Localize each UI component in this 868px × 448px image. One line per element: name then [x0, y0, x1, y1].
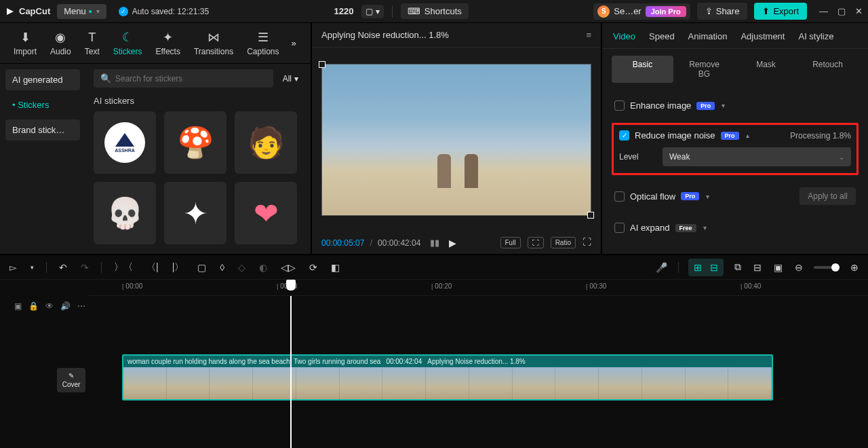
levels-icon[interactable]: ▮▮	[430, 238, 439, 248]
align-button[interactable]: ⊟	[752, 261, 763, 274]
project-name[interactable]: 1220	[334, 6, 354, 16]
lock-icon[interactable]: 🔒	[28, 301, 39, 311]
zoom-handle[interactable]	[831, 263, 840, 272]
selection-more[interactable]: ▾	[29, 263, 35, 272]
menu-button[interactable]: Menu • ▾	[57, 4, 106, 19]
trim-left-button[interactable]: 〈|	[145, 260, 160, 275]
tab-video[interactable]: Video	[613, 31, 635, 41]
enhance-checkbox[interactable]	[614, 100, 625, 111]
mic-button[interactable]: 🎤	[654, 261, 669, 274]
effects-tool[interactable]: ✦Effects	[149, 27, 186, 59]
sidebar-item-brand-stickers[interactable]: Brand stick…	[5, 119, 80, 141]
subtab-mask[interactable]: Mask	[735, 56, 797, 83]
mirror-button[interactable]: ◁▷	[279, 261, 297, 274]
filter-all[interactable]: All ▾	[279, 69, 302, 88]
timeline-ruler[interactable]: 00:00 00:10 00:20 00:30 00:40	[88, 280, 868, 296]
sticker-tile[interactable]: ✦	[164, 182, 226, 244]
transitions-tool[interactable]: ⋈Transitions	[187, 27, 240, 59]
minimize-button[interactable]: —	[819, 6, 828, 16]
join-pro-badge[interactable]: Join Pro	[646, 6, 686, 17]
magnet-button[interactable]: ⊞	[692, 261, 703, 274]
reduce-noise-row: ✓ Reduce image noise Pro ▴ Processing 1.…	[619, 129, 851, 142]
keyframe-button[interactable]: ◇	[237, 261, 247, 274]
layout-button[interactable]: ▢ ▾	[361, 5, 383, 18]
close-button[interactable]: ✕	[855, 6, 863, 16]
selection-tool[interactable]: ▻	[8, 261, 18, 274]
redo-button[interactable]: ↷	[79, 261, 90, 274]
crop-button[interactable]: ◧	[330, 261, 341, 274]
maximize-button[interactable]: ▢	[837, 6, 846, 16]
captions-tool[interactable]: ☰Captions	[240, 27, 285, 59]
speaker-icon[interactable]: 🔊	[60, 301, 71, 311]
trim-right-button[interactable]: |〉	[171, 260, 186, 275]
tab-adjustment[interactable]: Adjustment	[741, 31, 785, 41]
captions-icon: ☰	[258, 30, 269, 45]
search-box[interactable]: 🔍	[94, 69, 273, 88]
speed-button[interactable]: ◐	[258, 261, 269, 274]
left-panel: ⬇Import ◉Audio TText ☾Stickers ✦Effects …	[0, 23, 312, 254]
eye-icon[interactable]: 👁	[45, 301, 54, 311]
sticker-tile[interactable]: 🍄	[164, 111, 226, 174]
ai-expand-checkbox[interactable]	[614, 223, 625, 233]
zoom-out-button[interactable]: ⊖	[793, 261, 804, 274]
more-icon[interactable]: ⋯	[77, 301, 85, 311]
preview-toggle[interactable]: ▣	[772, 261, 784, 274]
split-button[interactable]: 〉〈	[113, 260, 134, 275]
tab-speed[interactable]: Speed	[649, 31, 675, 41]
sidebar-item-ai-generated[interactable]: AI generated	[5, 69, 80, 90]
add-track-icon[interactable]: ▣	[14, 301, 22, 311]
sticker-tile[interactable]: ❤	[235, 182, 297, 244]
import-tool[interactable]: ⬇Import	[7, 27, 43, 59]
more-tools-button[interactable]: »	[286, 33, 302, 54]
sticker-tile[interactable]: 💀	[94, 182, 156, 244]
fullscreen-icon[interactable]: ⛶	[583, 237, 591, 248]
optical-flow-checkbox[interactable]	[614, 191, 625, 202]
undo-button[interactable]: ↶	[58, 261, 68, 274]
zoom-slider[interactable]	[814, 266, 840, 269]
sidebar-item-stickers[interactable]: • Stickers	[5, 94, 80, 115]
subtab-basic[interactable]: Basic	[612, 56, 673, 83]
delete-button[interactable]: ▢	[196, 261, 208, 274]
chevron-down-icon[interactable]: ▾	[706, 193, 709, 200]
chevron-down-icon[interactable]: ▾	[722, 102, 725, 109]
sticker-tile[interactable]: 🧑	[235, 111, 297, 174]
apply-to-all-button[interactable]: Apply to all	[800, 187, 856, 205]
text-tool[interactable]: TText	[78, 27, 106, 59]
preview-canvas[interactable]	[312, 48, 601, 231]
share-button[interactable]: ⇪ Share	[697, 3, 748, 20]
export-icon: ⬆	[762, 6, 770, 16]
marker-button[interactable]: ◊	[218, 261, 226, 274]
chevron-down-icon[interactable]: ▾	[703, 224, 707, 231]
clip-thumbnails	[123, 367, 772, 400]
preview-menu-icon[interactable]: ≡	[586, 30, 591, 40]
play-button[interactable]: ▶	[449, 238, 456, 248]
link-button[interactable]: ⊟	[709, 261, 719, 274]
timeline-body: ▣ 🔒 👁 🔊 ⋯ ✎ Cover woman couple run holdi…	[0, 296, 868, 448]
subtab-retouch[interactable]: Retouch	[797, 56, 859, 83]
timeline-tracks[interactable]: woman couple run holding hands along the…	[88, 296, 868, 448]
tab-animation[interactable]: Animation	[688, 31, 728, 41]
search-input[interactable]	[115, 74, 267, 83]
video-clip[interactable]: woman couple run holding hands along the…	[122, 354, 773, 400]
cover-button[interactable]: ✎ Cover	[57, 368, 85, 392]
rotate-button[interactable]: ⟳	[308, 261, 319, 274]
full-button[interactable]: Full	[500, 237, 521, 248]
stickers-tool[interactable]: ☾Stickers	[106, 27, 149, 59]
ratio-button[interactable]: Ratio	[551, 237, 576, 248]
media-toolbar: ⬇Import ◉Audio TText ☾Stickers ✦Effects …	[0, 23, 311, 64]
reduce-noise-checkbox[interactable]: ✓	[619, 130, 629, 141]
user-badge[interactable]: S Se…er Join Pro	[593, 3, 690, 20]
level-select[interactable]: Weak ⌄	[663, 147, 851, 166]
chain-button[interactable]: ⧉	[733, 260, 743, 274]
canvas-frame[interactable]	[321, 64, 591, 216]
export-button[interactable]: ⬆ Export	[754, 3, 807, 20]
capcut-icon	[5, 6, 16, 17]
zoom-in-button[interactable]: ⊕	[849, 261, 860, 274]
audio-tool[interactable]: ◉Audio	[43, 27, 78, 59]
chevron-up-icon[interactable]: ▴	[746, 132, 749, 139]
shortcuts-button[interactable]: ⌨ Shortcuts	[401, 3, 469, 19]
subtab-remove-bg[interactable]: Remove BG	[673, 56, 735, 83]
tab-ai-stylize[interactable]: AI stylize	[798, 31, 833, 41]
sticker-tile[interactable]: ASSHRA	[94, 111, 156, 174]
crop-reset-button[interactable]: ⛶	[528, 237, 544, 248]
